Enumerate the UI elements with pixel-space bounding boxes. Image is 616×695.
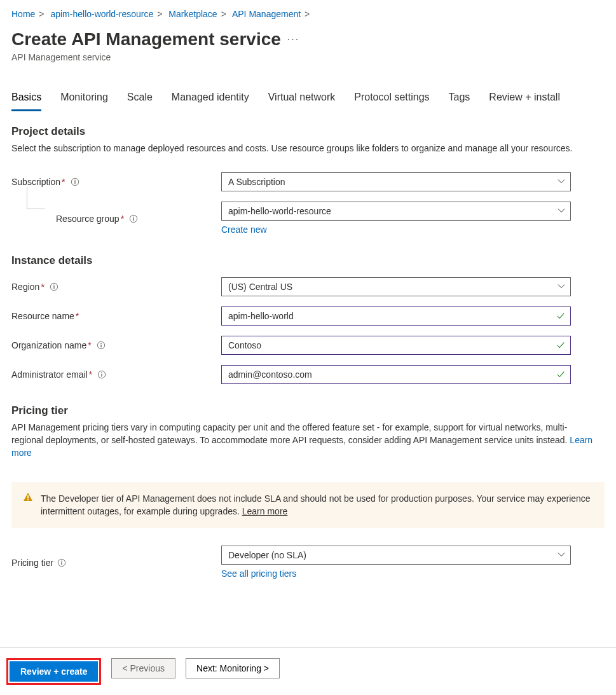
svg-rect-5: [133, 217, 133, 220]
tab-basics[interactable]: Basics: [11, 89, 41, 111]
required-indicator: *: [120, 214, 125, 224]
breadcrumb-marketplace[interactable]: Marketplace: [168, 9, 217, 19]
svg-rect-8: [53, 286, 54, 289]
info-icon[interactable]: [50, 282, 58, 291]
svg-rect-14: [102, 374, 102, 376]
tab-managed-identity[interactable]: Managed identity: [172, 89, 249, 111]
tab-monitoring[interactable]: Monitoring: [60, 89, 108, 111]
subscription-label: Subscription: [11, 177, 60, 187]
resource-group-value: apim-hello-world-resource: [228, 206, 331, 216]
pricing-warning-text: The Developer tier of API Management doe…: [41, 493, 591, 516]
instance-details-heading: Instance details: [11, 254, 605, 267]
chevron-down-icon: [558, 177, 565, 187]
page-title: Create API Management service: [11, 29, 281, 50]
resource-group-label: Resource group: [56, 214, 120, 224]
svg-rect-2: [74, 181, 75, 184]
svg-point-10: [100, 343, 102, 345]
tree-connector: [27, 187, 45, 209]
see-all-pricing-link[interactable]: See all pricing tiers: [221, 568, 296, 579]
pricing-tier-heading: Pricing tier: [11, 404, 605, 417]
tab-tags[interactable]: Tags: [449, 89, 470, 111]
admin-email-input[interactable]: admin@contoso.com: [221, 365, 571, 384]
page-subtitle: API Management service: [11, 52, 605, 62]
warning-icon: [23, 492, 33, 518]
resource-group-select[interactable]: apim-hello-world-resource: [221, 202, 571, 221]
tab-protocol-settings[interactable]: Protocol settings: [354, 89, 429, 111]
svg-point-7: [53, 285, 55, 286]
svg-point-16: [27, 499, 29, 500]
admin-email-label: Administrator email: [11, 369, 88, 380]
region-value: (US) Central US: [228, 282, 292, 292]
create-new-link[interactable]: Create new: [221, 224, 267, 235]
resource-name-value: apim-hello-world: [228, 311, 294, 321]
review-create-button[interactable]: Review + create: [10, 661, 98, 682]
tab-bar: Basics Monitoring Scale Managed identity…: [11, 89, 605, 111]
checkmark-icon: [556, 312, 565, 320]
info-icon[interactable]: [97, 370, 106, 379]
chevron-down-icon: [558, 206, 565, 216]
tab-scale[interactable]: Scale: [127, 89, 153, 111]
breadcrumb-home[interactable]: Home: [11, 9, 35, 19]
required-indicator: *: [39, 282, 45, 292]
organization-name-value: Contoso: [228, 340, 261, 350]
pricing-tier-desc: API Management pricing tiers vary in com…: [11, 421, 596, 459]
organization-name-label: Organization name: [11, 340, 86, 350]
subscription-select[interactable]: A Subscription: [221, 172, 571, 191]
required-indicator: *: [74, 311, 80, 321]
project-details-heading: Project details: [11, 125, 605, 138]
tab-review-install[interactable]: Review + install: [489, 89, 560, 111]
project-details-desc: Select the subscription to manage deploy…: [11, 142, 596, 155]
svg-point-18: [61, 560, 62, 561]
required-indicator: *: [88, 369, 93, 380]
next-button[interactable]: Next: Monitoring >: [186, 658, 280, 678]
resource-name-input[interactable]: apim-hello-world: [221, 306, 571, 326]
region-label: Region: [11, 282, 39, 292]
pricing-tier-value: Developer (no SLA): [228, 550, 306, 560]
svg-rect-11: [100, 345, 101, 347]
required-indicator: *: [60, 177, 66, 187]
chevron-down-icon: [558, 550, 565, 560]
svg-point-13: [101, 373, 102, 374]
admin-email-value: admin@contoso.com: [228, 369, 312, 380]
organization-name-input[interactable]: Contoso: [221, 336, 571, 355]
warning-learn-more-link[interactable]: Learn more: [242, 506, 288, 516]
pricing-warning: The Developer tier of API Management doe…: [11, 482, 605, 528]
previous-button[interactable]: < Previous: [111, 658, 175, 678]
info-icon[interactable]: [57, 558, 66, 567]
info-icon[interactable]: [71, 177, 79, 186]
required-indicator: *: [86, 340, 92, 350]
info-icon[interactable]: [97, 341, 106, 350]
chevron-down-icon: [558, 282, 565, 292]
footer-bar: Review + create < Previous Next: Monitor…: [0, 647, 616, 695]
subscription-value: A Subscription: [228, 177, 285, 187]
breadcrumb-resource[interactable]: apim-hello-world-resource: [50, 9, 153, 19]
svg-point-4: [133, 216, 134, 217]
info-icon[interactable]: [129, 214, 138, 223]
tab-virtual-network[interactable]: Virtual network: [268, 89, 336, 111]
region-select[interactable]: (US) Central US: [221, 277, 571, 296]
pricing-tier-label: Pricing tier: [11, 558, 53, 568]
pricing-tier-select[interactable]: Developer (no SLA): [221, 546, 571, 565]
breadcrumb-apim[interactable]: API Management: [232, 9, 301, 19]
review-create-highlight: Review + create: [6, 658, 101, 685]
svg-point-1: [74, 180, 76, 181]
checkmark-icon: [556, 341, 565, 350]
checkmark-icon: [556, 370, 565, 379]
resource-name-label: Resource name: [11, 311, 74, 321]
breadcrumb: Home> apim-hello-world-resource> Marketp…: [11, 9, 605, 19]
svg-rect-15: [27, 495, 29, 499]
svg-rect-19: [62, 561, 62, 564]
